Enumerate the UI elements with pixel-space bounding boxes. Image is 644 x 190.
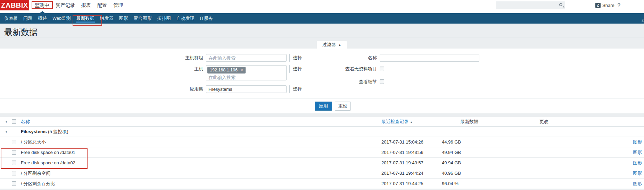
group-item-count: (5 监控项): [47, 129, 68, 134]
filter-footer-divider: [0, 98, 644, 98]
nav-item-label: 仪表板: [4, 16, 18, 21]
show-details-label: 查看细节: [299, 79, 377, 84]
show-details-checkbox[interactable]: [380, 79, 384, 84]
nav-item-triggers[interactable]: 触发器: [97, 13, 116, 24]
show-without-data-checkbox[interactable]: [380, 67, 384, 71]
group-row-filesystems: ▼ Filesystems (5 监控项): [0, 127, 644, 137]
global-search: [496, 1, 565, 9]
table-row: / 分区总大小 2017-07-31 15:04:26 44.96 GB 图形: [0, 137, 644, 147]
menu-item-label: 管理: [113, 2, 123, 8]
nav-item-problems[interactable]: 问题: [20, 13, 35, 24]
menu-item-inventory[interactable]: 资产记录: [52, 0, 78, 10]
nav-item-web[interactable]: Web监测: [50, 13, 74, 24]
table-row: / 分区剩余百分比 2017-07-31 19:44:25 96.04 % 图形: [0, 179, 644, 189]
application-select-button[interactable]: 选择: [289, 85, 305, 93]
apply-button[interactable]: 应用: [315, 102, 332, 111]
chip-close-icon[interactable]: ✕: [240, 68, 243, 72]
group-name: Filesystems (5 监控项): [21, 129, 381, 135]
application-input[interactable]: [206, 85, 287, 93]
header-name[interactable]: 名称: [21, 119, 381, 125]
item-name: / 分区剩余空间: [21, 170, 381, 176]
menu-item-label: 资产记录: [56, 2, 75, 8]
table-header-row: ▼ 名称 最近检查记录▲ 最新数据 更改: [0, 117, 644, 127]
share-label: Share: [602, 3, 614, 8]
active-nav-underline: [76, 21, 95, 23]
nav-item-label: 聚合图形: [134, 16, 152, 21]
item-latest-value: 49.94 GB: [442, 160, 538, 165]
nav-item-discovery[interactable]: 自动发现: [174, 13, 197, 24]
nav-item-overview[interactable]: 概述: [35, 13, 50, 24]
zabbix-logo[interactable]: ZABBIX: [0, 0, 29, 10]
nav-item-graphs[interactable]: 图形: [116, 13, 131, 24]
host-input-placeholder: 在此输入搜索: [207, 74, 285, 81]
group-name-bold: Filesystems: [21, 129, 47, 134]
table-row: Free disk space on /data02 2017-07-31 19…: [0, 158, 644, 168]
row-checkbox[interactable]: [12, 150, 16, 155]
graph-link[interactable]: 图形: [622, 139, 644, 145]
graph-link[interactable]: 图形: [622, 181, 644, 187]
nav-item-label: 图形: [119, 16, 128, 21]
filter-tab[interactable]: 过滤器 ▲: [317, 41, 347, 49]
nav-item-label: Web监测: [52, 16, 71, 21]
top-bar: ZABBIX 监测中 资产记录 报表 配置 管理 Z Share ?: [0, 0, 644, 13]
header-last-check-label: 最近检查记录: [381, 119, 408, 124]
menu-item-label: 监测中: [35, 2, 49, 8]
host-group-input[interactable]: [206, 54, 287, 62]
item-last-check: 2017-07-31 19:43:56: [381, 150, 442, 155]
item-latest-value: 44.96 GB: [442, 139, 538, 145]
item-name: Free disk space on /data01: [21, 150, 381, 155]
nav-item-it-services[interactable]: IT服务: [197, 13, 216, 24]
item-last-check: 2017-07-31 19:44:25: [381, 181, 442, 186]
host-group-select-button[interactable]: 选择: [289, 54, 305, 62]
menu-item-label: 配置: [97, 2, 107, 8]
host-label: 主机: [153, 65, 203, 73]
item-latest-value: 49.94 GB: [442, 150, 538, 155]
graph-link[interactable]: 图形: [622, 160, 644, 166]
item-name: / 分区总大小: [21, 139, 381, 145]
graph-link[interactable]: 图形: [622, 170, 644, 176]
menu-item-administration[interactable]: 管理: [110, 0, 126, 10]
header-change: 更改: [538, 119, 622, 125]
table-row: / 分区剩余空间 2017-07-31 19:44:24 40.96 GB 图形: [0, 168, 644, 179]
application-label: 应用集: [153, 85, 203, 93]
row-checkbox[interactable]: [12, 181, 16, 186]
item-name: / 分区剩余百分比: [21, 181, 381, 187]
name-filter-input[interactable]: [380, 54, 479, 62]
menu-item-configuration[interactable]: 配置: [94, 0, 110, 10]
host-multiselect[interactable]: 192.168.1.106 ✕ 在此输入搜索: [206, 65, 287, 80]
main-menu: 监测中 资产记录 报表 配置 管理: [32, 0, 126, 10]
nav-item-label: 拓扑图: [157, 16, 171, 21]
collapse-arrow-icon: ▲: [338, 43, 341, 46]
zabbix-share-icon: Z: [595, 3, 601, 8]
item-last-check: 2017-07-31 19:44:24: [381, 171, 442, 176]
nav-item-latest-data[interactable]: 最新数据: [74, 13, 97, 24]
menu-item-reports[interactable]: 报表: [78, 0, 94, 10]
table-row: Free disk space on /data01 2017-07-31 19…: [0, 147, 644, 158]
row-checkbox[interactable]: [12, 161, 16, 165]
item-latest-value: 96.04 %: [442, 181, 538, 186]
host-group-label: 主机群组: [153, 54, 203, 62]
menu-item-label: 报表: [81, 2, 91, 8]
collapse-all-icon[interactable]: ▼: [0, 120, 12, 123]
nav-item-screens[interactable]: 聚合图形: [131, 13, 155, 24]
header-last-check[interactable]: 最近检查记录▲: [381, 118, 442, 125]
filter-panel: 主机群组 选择 主机 192.168.1.106 ✕ 在此输入搜索 选择 应用集…: [0, 49, 644, 113]
share-button[interactable]: Z Share: [595, 3, 614, 8]
reset-button[interactable]: 重设: [335, 102, 351, 111]
nav-item-maps[interactable]: 拓扑图: [155, 13, 174, 24]
nav-item-dashboard[interactable]: 仪表板: [1, 13, 20, 24]
global-search-input[interactable]: [496, 1, 565, 9]
row-checkbox[interactable]: [12, 140, 16, 144]
search-icon: [559, 3, 562, 6]
help-icon[interactable]: ?: [617, 2, 621, 9]
collapse-group-icon[interactable]: ▼: [0, 130, 12, 133]
nav-item-label: 触发器: [100, 16, 114, 21]
nav-item-label: 概述: [38, 16, 47, 21]
select-all-checkbox[interactable]: [12, 119, 16, 124]
menu-item-monitoring[interactable]: 监测中: [32, 0, 52, 10]
graph-link[interactable]: 图形: [622, 149, 644, 156]
nav-item-label: 最新数据: [76, 16, 94, 21]
nav-item-label: 问题: [23, 16, 32, 21]
nav-right-text: z: [642, 18, 644, 23]
row-checkbox[interactable]: [12, 171, 16, 175]
